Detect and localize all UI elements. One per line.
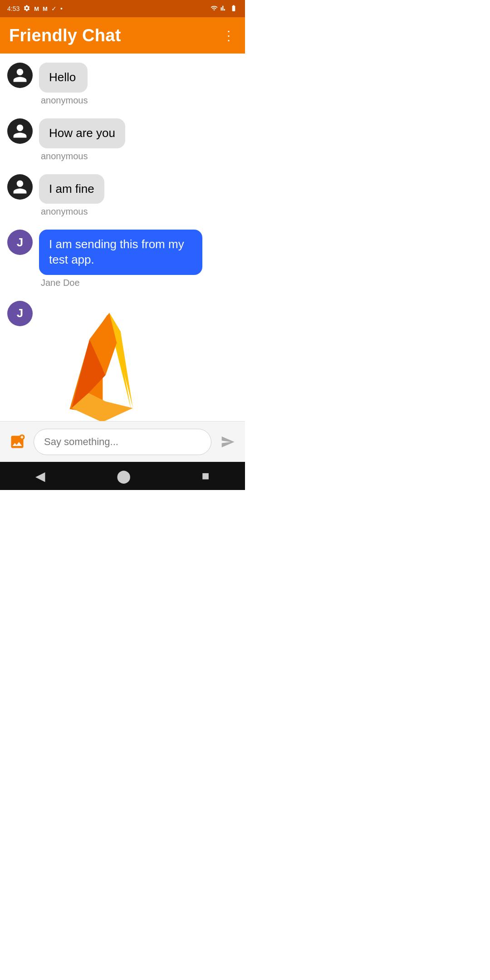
image-bubble-5 — [39, 301, 157, 432]
bottom-nav: ◀ ⬤ ■ — [0, 462, 245, 490]
avatar-jane-2: J — [7, 301, 33, 326]
app-title: Friendly Chat — [9, 26, 121, 45]
battery-icon — [230, 5, 238, 13]
bubble-group-1: Hello anonymous — [39, 63, 88, 106]
sender-name-2: anonymous — [39, 151, 125, 162]
more-options-button[interactable]: ⋮ — [222, 28, 236, 43]
avatar-anon-3 — [7, 174, 33, 200]
avatar-anon-1 — [7, 63, 33, 88]
dot-icon: • — [60, 5, 63, 12]
bubble-group-3: I am fine anonymous — [39, 174, 104, 217]
messages-area: Hello anonymous How are you anonymous — [0, 54, 245, 435]
check-icon: ✓ — [51, 5, 57, 12]
home-button[interactable]: ⬤ — [117, 469, 131, 484]
gmail2-icon: M — [43, 5, 48, 12]
avatar-jane-1: J — [7, 230, 33, 255]
firebase-logo-icon — [48, 305, 148, 428]
message-row: I am fine anonymous — [7, 174, 238, 217]
sender-name-4: Jane Doe — [39, 278, 202, 288]
message-row: J I am sending this from my test app. Ja… — [7, 230, 238, 288]
add-image-button[interactable] — [6, 431, 28, 453]
time-display: 4:53 — [7, 5, 20, 12]
sender-name-1: anonymous — [39, 95, 88, 106]
sender-name-3: anonymous — [39, 206, 104, 217]
message-bubble-2: How are you — [39, 118, 125, 148]
bubble-group-4: I am sending this from my test app. Jane… — [39, 230, 202, 288]
app-bar: Friendly Chat ⋮ — [0, 17, 245, 54]
settings-icon — [23, 5, 30, 13]
recents-button[interactable]: ■ — [202, 469, 210, 483]
message-bubble-1: Hello — [39, 63, 88, 93]
message-bubble-4: I am sending this from my test app. — [39, 230, 202, 275]
input-bar — [0, 421, 245, 462]
back-button[interactable]: ◀ — [35, 469, 45, 484]
signal-icon — [220, 5, 227, 13]
gmail-icon: M — [34, 5, 39, 12]
message-input[interactable] — [34, 429, 211, 455]
avatar-anon-2 — [7, 118, 33, 144]
message-row: Hello anonymous — [7, 63, 238, 106]
message-row: How are you anonymous — [7, 118, 238, 162]
status-right — [211, 5, 238, 13]
message-row: J — [7, 301, 238, 435]
send-button[interactable] — [217, 431, 239, 453]
status-left: 4:53 M M ✓ • — [7, 5, 63, 13]
wifi-icon — [211, 5, 218, 13]
bubble-group-2: How are you anonymous — [39, 118, 125, 162]
bubble-group-5: Jane Doe — [39, 301, 157, 435]
status-bar: 4:53 M M ✓ • — [0, 0, 245, 17]
message-bubble-3: I am fine — [39, 174, 104, 204]
